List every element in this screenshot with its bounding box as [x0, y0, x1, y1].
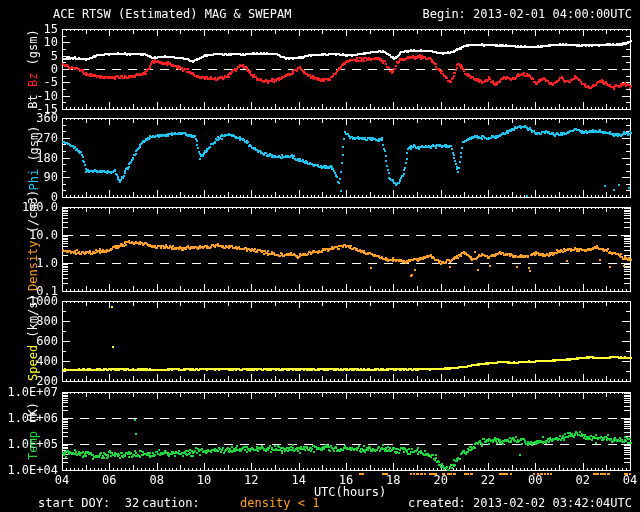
x-tick-label: 12 [236, 474, 266, 486]
y-axis-title-panel3: Density (/cm3) [27, 207, 41, 291]
x-tick-label: 22 [473, 474, 503, 486]
x-tick-label: 00 [520, 474, 550, 486]
axis-label-part: Density [26, 240, 40, 291]
axis-label-part: Bz [26, 73, 40, 87]
axis-label-part: Temp [26, 431, 40, 460]
axis-label-part: (km/s) [26, 294, 40, 345]
y-axis-title-panel2: Phi (gsm) [27, 118, 41, 197]
axis-label-part: Phi [26, 168, 40, 190]
plot-canvas [0, 0, 640, 512]
axis-label-part: Speed [26, 345, 40, 381]
x-tick-label: 04 [615, 474, 640, 486]
y-axis-title-panel5: Temp (K) [27, 392, 41, 470]
x-tick-label: 08 [142, 474, 172, 486]
x-tick-label: 10 [189, 474, 219, 486]
axis-label-part: (K) [26, 402, 40, 431]
start-doy-label: start DOY: 32 [38, 497, 139, 510]
axis-label-part: Bt [26, 87, 40, 109]
x-tick-label: 20 [426, 474, 456, 486]
x-tick-label: 02 [568, 474, 598, 486]
axis-label-part: (gsm) [26, 125, 40, 168]
ace-rtsw-plot-window: ACE RTSW (Estimated) MAG & SWEPAM Begin:… [0, 0, 640, 512]
x-tick-label: 06 [94, 474, 124, 486]
y-axis-title-panel1: Bt Bz (gsm) [27, 29, 41, 109]
y-axis-title-panel4: Speed (km/s) [27, 301, 41, 381]
page-title: ACE RTSW (Estimated) MAG & SWEPAM [53, 8, 291, 21]
x-tick-label: 04 [47, 474, 77, 486]
created-timestamp: created: 2013-02-02 03:42:04UTC [408, 497, 632, 510]
begin-timestamp: Begin: 2013-02-01 04:00:00UTC [422, 8, 632, 21]
x-axis-title: UTC(hours) [310, 486, 390, 499]
axis-label-part: (/cm3) [26, 190, 40, 241]
axis-label-part: (gsm) [26, 29, 40, 72]
caution-value: density < 1 [240, 497, 319, 510]
x-tick-label: 14 [284, 474, 314, 486]
caution-label: caution: [142, 497, 200, 510]
